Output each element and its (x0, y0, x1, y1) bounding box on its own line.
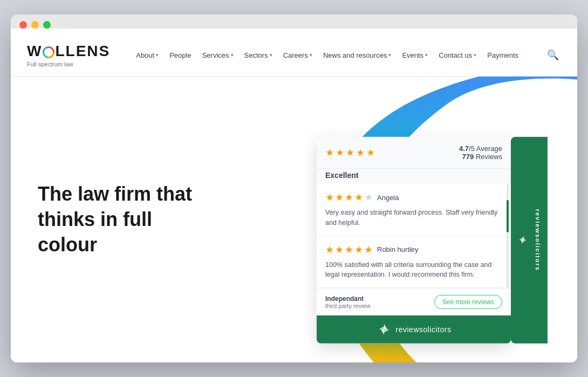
browser-window: WLLENS Full spectrum law About ▾ People … (11, 15, 577, 362)
browser-dots (19, 21, 569, 29)
review-card-container: ★ ★ ★ ★ ★ 4.7/5 Average (317, 137, 548, 344)
review-item-header: ★ ★ ★ ★ ★ Angela (325, 191, 502, 203)
logo-o-circle (43, 46, 54, 58)
star-4: ★ (356, 147, 365, 159)
review-score: 4.7/5 Average (459, 145, 502, 153)
chevron-down-icon: ▾ (474, 52, 476, 58)
nav-about[interactable]: About ▾ (132, 48, 163, 63)
main-nav: About ▾ People Services ▾ Sectors ▾ Care… (132, 47, 561, 63)
side-badge: reviewsolicitors (511, 137, 548, 344)
reviewsolicitors-logo-icon (377, 322, 392, 337)
svg-marker-4 (523, 236, 525, 240)
reviewer-stars: ★ ★ ★ ★ ★ (325, 191, 373, 203)
dot-minimize[interactable] (31, 21, 39, 29)
review-stars-summary: ★ ★ ★ ★ ★ (325, 147, 375, 159)
star: ★ (345, 243, 353, 255)
svg-marker-3 (379, 326, 384, 330)
chevron-down-icon: ▾ (156, 52, 159, 58)
nav-contact[interactable]: Contact us ▾ (434, 48, 481, 63)
reviewer-stars: ★ ★ ★ ★ ★ (325, 243, 373, 255)
star-3: ★ (346, 147, 354, 159)
site-header: WLLENS Full spectrum law About ▾ People … (11, 34, 577, 77)
reviewer-name: Robin hurtley (377, 245, 419, 253)
reviewer-name: Angela (377, 193, 399, 201)
review-text: 100% satisfied with all criteria surroun… (325, 259, 502, 280)
hero-headline: The law firm that thinks in full colour (38, 182, 210, 257)
nav-sectors[interactable]: Sectors ▾ (240, 48, 277, 63)
star: ★ (354, 191, 363, 203)
star-1: ★ (325, 147, 334, 159)
hero-text: The law firm that thinks in full colour (38, 182, 210, 257)
chevron-down-icon: ▾ (231, 52, 234, 58)
logo: WLLENS (27, 43, 110, 60)
review-source: Independant third party review (325, 295, 371, 309)
search-button[interactable]: 🔍 (545, 47, 561, 63)
side-badge-icon (517, 235, 528, 245)
star: ★ (325, 243, 334, 255)
svg-marker-6 (521, 240, 523, 244)
svg-marker-1 (384, 330, 389, 333)
overall-stars: ★ ★ ★ ★ ★ (325, 147, 375, 159)
see-more-button[interactable]: See more reviews (434, 295, 502, 309)
chevron-down-icon: ▾ (270, 52, 272, 58)
chevron-down-icon: ▾ (425, 52, 428, 58)
review-item: ★ ★ ★ ★ ★ Robin hurtley 100% satisfied w… (317, 236, 511, 288)
review-item-header: ★ ★ ★ ★ ★ Robin hurtley (325, 243, 502, 255)
star: ★ (335, 243, 344, 255)
chevron-down-icon: ▾ (310, 52, 312, 58)
nav-payments[interactable]: Payments (483, 48, 523, 63)
review-excellent-label: Excellent (317, 169, 511, 184)
search-icon: 🔍 (547, 50, 559, 60)
side-badge-text: reviewsolicitors (535, 209, 541, 271)
hero-section: The law firm that thinks in full colour … (11, 77, 577, 362)
star: ★ (325, 191, 334, 203)
review-scrollbar-thumb[interactable] (507, 200, 509, 232)
star: ★ (364, 243, 373, 255)
review-scrollbar (507, 184, 509, 288)
star: ★ (345, 191, 353, 203)
star-5: ★ (366, 147, 375, 159)
review-text: Very easy and straight forward process. … (325, 208, 502, 228)
svg-marker-0 (384, 324, 387, 330)
dot-close[interactable] (19, 21, 27, 29)
review-card: ★ ★ ★ ★ ★ 4.7/5 Average (317, 137, 511, 344)
dot-maximize[interactable] (43, 21, 51, 29)
logo-tagline: Full spectrum law (27, 61, 110, 67)
star-2: ★ (336, 147, 344, 159)
nav-services[interactable]: Services ▾ (198, 48, 238, 63)
star: ★ (335, 191, 344, 203)
star-empty: ★ (364, 191, 373, 203)
svg-marker-7 (519, 238, 523, 240)
reviewsolicitors-label: reviewsolicitors (396, 325, 452, 334)
star: ★ (354, 243, 363, 255)
svg-marker-5 (523, 240, 527, 242)
review-list: ★ ★ ★ ★ ★ Angela Very easy and straight … (317, 184, 511, 288)
svg-marker-2 (381, 330, 384, 335)
review-count: 779 Reviews (462, 153, 502, 161)
review-bottom-bar: reviewsolicitors (317, 316, 511, 344)
nav-events[interactable]: Events ▾ (398, 48, 432, 63)
review-item: ★ ★ ★ ★ ★ Angela Very easy and straight … (317, 184, 511, 236)
nav-people[interactable]: People (165, 48, 195, 63)
nav-careers[interactable]: Careers ▾ (279, 48, 317, 63)
browser-chrome (11, 15, 577, 29)
review-header: ★ ★ ★ ★ ★ 4.7/5 Average (317, 137, 511, 169)
review-stats: 4.7/5 Average 779 Reviews (459, 145, 502, 161)
nav-news[interactable]: News and resources ▾ (319, 48, 396, 63)
logo-area[interactable]: WLLENS Full spectrum law (27, 43, 110, 67)
browser-body: WLLENS Full spectrum law About ▾ People … (11, 34, 577, 362)
chevron-down-icon: ▾ (388, 52, 391, 58)
review-footer: Independant third party review See more … (317, 288, 511, 316)
